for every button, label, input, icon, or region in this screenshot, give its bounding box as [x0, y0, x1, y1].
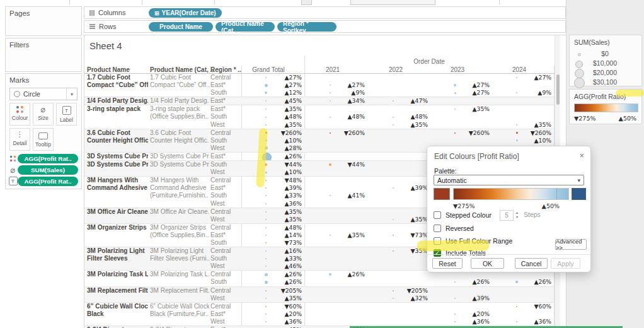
profit-ratio-value[interactable]: ▼60%	[506, 303, 551, 310]
size-legend-card[interactable]: SUM(Sales) $0$10,000$20,000$30,100	[569, 35, 642, 86]
color-legend-gradient[interactable]	[574, 103, 638, 112]
sales-circle-mark[interactable]	[393, 117, 394, 118]
profit-ratio-value[interactable]: ▲10%	[506, 137, 551, 144]
profit-ratio-value[interactable]: ▲41%	[319, 192, 365, 199]
chevron-down-icon[interactable]: ▾	[66, 88, 77, 100]
profit-ratio-value[interactable]: ▲35%	[444, 105, 490, 113]
table-row[interactable]: East*▲20%▲20%	[84, 310, 554, 318]
sales-circle-mark[interactable]	[265, 281, 268, 284]
profit-ratio-value[interactable]: ▲27%	[256, 74, 302, 81]
region-cell[interactable]: Central	[210, 177, 239, 184]
table-row[interactable]: Central▼60%▼60%	[84, 303, 554, 310]
sales-circle-mark[interactable]	[454, 92, 456, 94]
table-row[interactable]: East*▲35%▲35%	[84, 105, 554, 113]
order-date-header[interactable]: Order Date	[304, 58, 554, 65]
close-icon[interactable]: ×	[579, 151, 584, 160]
sales-circle-mark[interactable]	[516, 306, 517, 307]
cancel-button[interactable]: Cancel	[515, 258, 548, 269]
profit-ratio-value[interactable]: ▲9%	[506, 89, 551, 97]
region-cell[interactable]: Central	[210, 303, 239, 310]
table-row[interactable]: West▲35%▲35%▲35%	[84, 121, 554, 129]
region-cell[interactable]: South	[210, 89, 239, 97]
table-row[interactable]: South▲48%▲48%▲48%	[84, 113, 554, 120]
region-cell[interactable]: South	[210, 192, 239, 199]
profit-ratio-value[interactable]: ▲36%	[256, 200, 302, 208]
apply-button[interactable]: Apply	[551, 258, 580, 269]
profit-ratio-value[interactable]: ▼60%	[256, 303, 302, 310]
region-cell[interactable]: Central	[210, 74, 239, 81]
profit-ratio-value[interactable]: ▼260%	[444, 129, 490, 137]
stepped-colour-checkbox[interactable]: Stepped Colour	[434, 211, 492, 219]
product-name-pill[interactable]: Product Name	[149, 22, 213, 32]
profit-ratio-value[interactable]: ▲27%	[256, 81, 302, 89]
region-cell[interactable]: East*	[210, 184, 239, 192]
sales-circle-mark[interactable]	[265, 84, 268, 87]
sales-circle-mark[interactable]	[265, 298, 267, 299]
table-row[interactable]: West▲35%▲32%▲39%	[84, 295, 554, 302]
sales-circle-mark[interactable]	[454, 321, 456, 322]
filters-shelf[interactable]: Filters	[5, 38, 82, 72]
table-row[interactable]: West▲36%▲36%▲36%	[84, 318, 554, 325]
sales-circle-mark[interactable]	[393, 124, 394, 126]
region-sortkey-pill[interactable]: Region * Sortkey	[277, 22, 336, 32]
profit-ratio-value[interactable]: ▲27%	[444, 89, 490, 97]
checkbox-icon[interactable]	[434, 225, 441, 232]
profit-ratio-value[interactable]: ▲14%	[256, 231, 302, 239]
region-cell[interactable]: South	[210, 137, 239, 144]
region-cell[interactable]: East*	[210, 310, 239, 318]
profit-ratio-value[interactable]: ▲35%	[382, 216, 428, 223]
profit-ratio-value[interactable]: ▲9%	[319, 89, 365, 97]
year-header[interactable]: 2022	[377, 66, 415, 73]
year-header[interactable]: 2024	[500, 66, 538, 73]
size-legend-item[interactable]: $30,100	[570, 78, 641, 87]
profit-ratio-value[interactable]: ▲48%	[256, 224, 302, 231]
sales-circle-mark[interactable]	[516, 124, 517, 126]
sales-circle-mark[interactable]	[454, 298, 456, 299]
sales-circle-mark[interactable]	[393, 235, 394, 236]
profit-ratio-value[interactable]: ▲48%	[382, 113, 428, 120]
sales-circle-mark[interactable]	[265, 235, 267, 236]
sales-circle-mark[interactable]	[265, 242, 267, 243]
detail-button[interactable]: ⋮ Detail	[9, 128, 30, 151]
profit-ratio-value[interactable]: ▲35%	[256, 295, 302, 302]
profit-ratio-value[interactable]: ▲39%	[444, 295, 490, 302]
profit-ratio-value[interactable]: ▲36%	[444, 318, 490, 325]
pages-shelf[interactable]: Pages	[5, 6, 82, 36]
profit-ratio-value[interactable]: ▲26%	[256, 278, 302, 286]
region-cell[interactable]: Central	[210, 129, 239, 137]
profit-ratio-value[interactable]: ▲35%	[256, 121, 302, 129]
profit-ratio-value[interactable]: ▲35%	[506, 121, 551, 129]
scrollbar-thumb[interactable]	[556, 74, 560, 105]
sales-circle-mark[interactable]	[265, 203, 267, 204]
marks-pill-size[interactable]: ⌀ SUM(Sales)	[8, 165, 78, 175]
sales-circle-mark[interactable]	[265, 124, 267, 126]
region-cell[interactable]: West	[210, 121, 239, 129]
sales-circle-mark[interactable]	[265, 306, 267, 307]
profit-ratio-value[interactable]: ▲48%	[319, 113, 365, 120]
marks-pill-label-field[interactable]: T AGG(Profit Rat..	[8, 176, 78, 186]
table-row[interactable]: Central▼260%▼260%▼260%▼260%	[84, 129, 554, 137]
region-cell[interactable]: South	[210, 113, 239, 120]
table-row[interactable]: South▲12%▲9%▲27%▲9%	[84, 89, 554, 97]
advanced-button[interactable]: Advanced >>	[555, 239, 587, 250]
sales-circle-mark[interactable]	[265, 313, 267, 315]
sales-circle-mark[interactable]	[330, 235, 331, 236]
sales-circle-mark[interactable]	[393, 298, 394, 299]
checkbox-icon[interactable]	[434, 211, 441, 219]
region-cell[interactable]: Central	[210, 287, 239, 295]
sales-circle-mark[interactable]	[393, 290, 394, 291]
steps-spinner[interactable]: ▴▾	[514, 210, 520, 220]
region-cell[interactable]: East*	[210, 231, 239, 239]
col-header-product-name-cat[interactable]: Product Name (Cat, ..	[150, 66, 214, 73]
table-row[interactable]: East*▲27%▲27%▲27%	[84, 81, 554, 89]
profit-ratio-value[interactable]: ▼73%	[382, 231, 428, 239]
sales-circle-mark[interactable]	[265, 172, 267, 173]
profit-ratio-value[interactable]: ▲27%	[319, 81, 365, 89]
profit-ratio-value[interactable]: ▲35%	[319, 231, 365, 239]
table-row[interactable]: South▲26%▲26%▲26%	[84, 278, 554, 286]
mark-type-dropdown[interactable]: Circle ▾	[9, 88, 78, 100]
palette-dropdown[interactable]: Automatic ▾	[434, 175, 584, 185]
profit-ratio-value[interactable]: ▼260%	[506, 129, 551, 137]
profit-ratio-value[interactable]: ▲26%	[256, 271, 302, 278]
colour-button[interactable]: Colour	[9, 103, 30, 126]
